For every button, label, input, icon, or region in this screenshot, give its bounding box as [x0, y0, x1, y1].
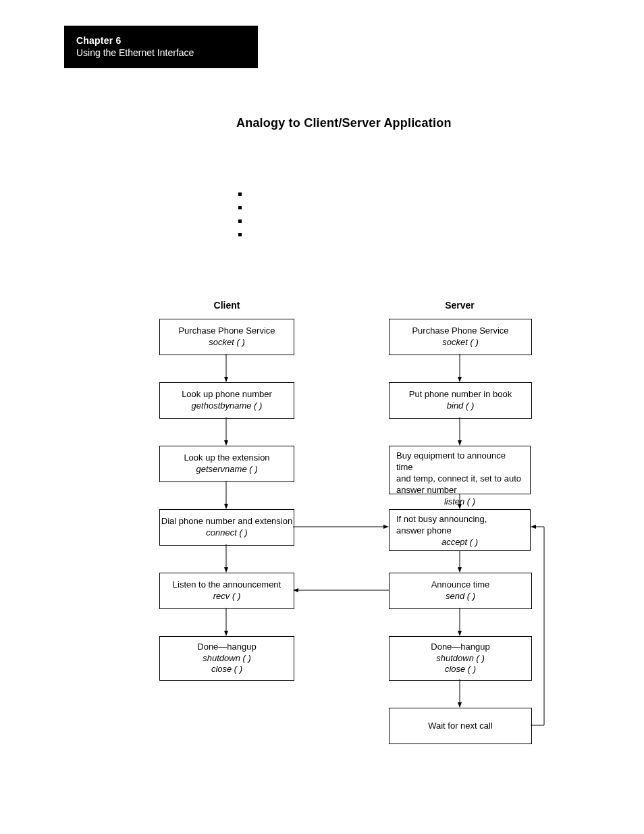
- page-title: Analogy to Client/Server Application: [236, 116, 452, 130]
- bullet-icon: [238, 219, 242, 223]
- bullet-icon: [238, 206, 242, 209]
- chapter-number: Chapter 6: [76, 35, 258, 46]
- chapter-title: Using the Ethernet Interface: [76, 47, 258, 58]
- chapter-header-box: Chapter 6 Using the Ethernet Interface: [64, 26, 258, 68]
- bullet-icon: [238, 192, 242, 196]
- bullet-icon: [238, 233, 242, 236]
- flow-arrows: [159, 300, 564, 773]
- bullet-list: [238, 192, 242, 246]
- page: Chapter 6 Using the Ethernet Interface A…: [0, 0, 644, 834]
